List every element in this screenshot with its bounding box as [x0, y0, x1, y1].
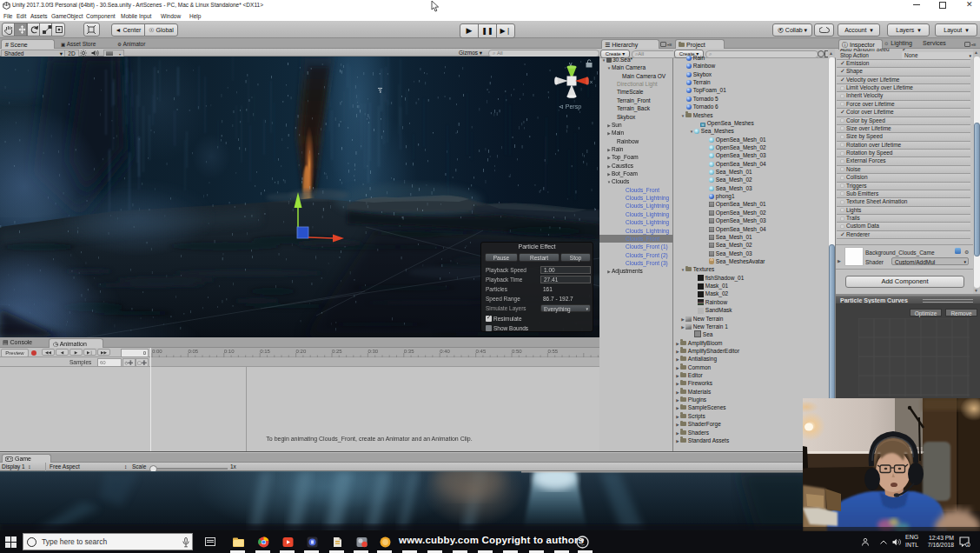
svg-text:x: x: [590, 79, 593, 84]
svg-text:⊲ Persp: ⊲ Persp: [559, 103, 581, 110]
